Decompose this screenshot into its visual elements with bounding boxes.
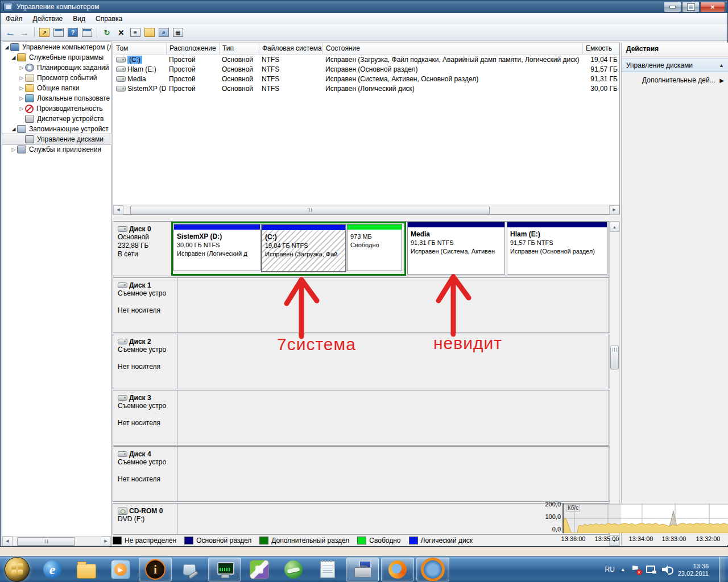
taskbar-notepad[interactable] xyxy=(312,558,344,581)
tree-item-services[interactable]: ▷ Службы и приложения xyxy=(2,144,111,155)
scroll-up-icon[interactable]: ▲ xyxy=(610,222,619,232)
squares-app-icon xyxy=(250,560,269,579)
expander-icon[interactable]: ◢ xyxy=(10,55,17,60)
restore-button[interactable] xyxy=(682,2,700,13)
taskbar-activity-monitor[interactable] xyxy=(208,558,241,581)
expander-icon[interactable]: ▷ xyxy=(10,147,17,152)
close-button[interactable]: ✕ xyxy=(700,2,725,13)
help-icon[interactable]: ? xyxy=(67,26,79,39)
partition-c[interactable]: (C:) 19,04 ГБ NTFS Исправен (Загрузка, Ф… xyxy=(261,224,346,272)
computer-icon xyxy=(10,43,19,51)
clock[interactable]: 13:36 23.02.2011 xyxy=(678,562,709,577)
network-icon[interactable] xyxy=(646,566,656,573)
partition-media[interactable]: Media 91,31 ГБ NTFS Исправен (Система, А… xyxy=(407,222,505,275)
taskbar-media-player[interactable]: ▶ xyxy=(105,558,136,581)
legend-item: Не распределен xyxy=(113,537,176,544)
table-row[interactable]: Media Простой Основной NTFS Исправен (Си… xyxy=(113,74,619,84)
refresh-icon[interactable]: ↻ xyxy=(101,26,113,39)
tree-item-computer-management[interactable]: ◢ Управление компьютером (л xyxy=(2,42,111,52)
taskbar-computer-management[interactable] xyxy=(346,558,379,581)
cdrom-0-label[interactable]: CD-ROM 0 DVD (F:) xyxy=(113,504,177,534)
volume-list-horizontal-scrollbar[interactable]: ◀ ▶ xyxy=(113,205,619,214)
menu-view[interactable]: Вид xyxy=(68,14,90,24)
disk-view-vertical-scrollbar[interactable]: ▲ ▼ xyxy=(609,221,620,546)
scroll-thumb[interactable] xyxy=(130,206,490,214)
volume-icon[interactable] xyxy=(662,566,672,573)
tree-item-system-tools[interactable]: ◢ Служебные программы xyxy=(2,52,111,63)
console-window-icon[interactable] xyxy=(52,26,65,39)
taskbar-flame-info-app[interactable]: i xyxy=(139,558,172,581)
column-layout[interactable]: Расположение xyxy=(167,43,220,54)
taskbar-internet-explorer[interactable]: e xyxy=(36,558,68,581)
partition-free-space[interactable]: 973 МБ Свободно xyxy=(347,224,402,271)
tree-item-event-viewer[interactable]: ▷ Просмотр событий xyxy=(2,73,111,83)
show-hidden-icons-icon[interactable]: ▲ xyxy=(621,567,626,572)
menu-help[interactable]: Справка xyxy=(90,14,127,24)
actions-group-disk-management[interactable]: Управление дисками ▲ xyxy=(622,59,728,72)
export-list-icon[interactable]: ↗ xyxy=(38,26,51,39)
collapse-icon[interactable]: ▲ xyxy=(719,63,724,68)
disk-2-label[interactable]: Диск 2 Съемное устро Нет носителя xyxy=(113,334,177,389)
disk-4-label[interactable]: Диск 4 Съемное устро Нет носителя xyxy=(113,447,177,501)
tree-item-performance[interactable]: ▷ Производительность xyxy=(2,103,111,114)
y-tick-100: 100,0 xyxy=(541,513,561,520)
find-icon[interactable]: ⌕ xyxy=(158,26,170,39)
menu-action[interactable]: Действие xyxy=(28,14,68,24)
expander-icon[interactable]: ◢ xyxy=(10,126,17,132)
taskbar-orange-ring-app[interactable] xyxy=(416,558,449,581)
expander-icon[interactable]: ◢ xyxy=(3,44,10,50)
taskbar-windows-explorer[interactable] xyxy=(71,558,102,581)
scroll-left-icon[interactable]: ◀ xyxy=(2,537,13,546)
disk-1-label[interactable]: Диск 1 Съемное устро Нет носителя xyxy=(113,278,177,332)
show-desktop-button[interactable] xyxy=(719,556,726,582)
back-icon[interactable]: ← xyxy=(4,26,16,39)
column-filesystem[interactable]: Файловая система xyxy=(259,43,323,54)
start-button[interactable] xyxy=(5,557,30,582)
expander-icon[interactable]: ▷ xyxy=(18,106,25,111)
scroll-thumb[interactable] xyxy=(610,346,619,369)
taskbar-download-manager[interactable] xyxy=(278,558,309,581)
table-row[interactable]: SistemXP (D:) Простой Основной NTFS Испр… xyxy=(113,84,619,93)
scroll-right-icon[interactable]: ▶ xyxy=(101,537,111,546)
scroll-right-icon[interactable]: ▶ xyxy=(609,205,619,215)
disk-3-label[interactable]: Диск 3 Съемное устро Нет носителя xyxy=(113,390,177,445)
toolbox-monitor-icon xyxy=(353,560,371,579)
language-indicator[interactable]: RU xyxy=(605,566,614,573)
tree-item-storage[interactable]: ◢ Запоминающие устройст xyxy=(2,124,111,134)
expander-icon[interactable]: ▷ xyxy=(18,95,25,101)
taskbar-firefox[interactable] xyxy=(381,558,414,581)
column-volume[interactable]: Том xyxy=(113,43,167,54)
show-action-pane-icon[interactable] xyxy=(81,26,93,39)
scroll-thumb[interactable] xyxy=(17,537,75,546)
taskbar-app-squares[interactable] xyxy=(243,558,275,581)
column-type[interactable]: Тип xyxy=(220,43,259,54)
tree-item-local-users[interactable]: ▷ Локальные пользовате xyxy=(2,93,111,103)
tree-item-shared-folders[interactable]: ▷ Общие папки xyxy=(2,83,111,93)
expander-icon[interactable]: ▷ xyxy=(18,75,25,81)
scroll-left-icon[interactable]: ◀ xyxy=(113,205,123,215)
properties-icon[interactable]: ≡ xyxy=(129,26,142,39)
forward-icon[interactable]: → xyxy=(18,26,31,39)
action-center-flag-icon[interactable] xyxy=(631,565,640,574)
tree-horizontal-scrollbar[interactable]: ◀ ▶ xyxy=(2,536,111,546)
expander-icon[interactable]: ▷ xyxy=(18,65,25,70)
taskbar-cleanup-tool[interactable] xyxy=(174,558,206,581)
disk-0-label[interactable]: Диск 0 Основной 232,88 ГБ В сети xyxy=(113,222,177,276)
minimize-button[interactable] xyxy=(664,2,681,13)
tree-item-device-manager[interactable]: Диспетчер устройств xyxy=(2,114,111,124)
table-row[interactable]: Hlam (E:) Простой Основной NTFS Исправен… xyxy=(113,64,619,74)
partition-hlam[interactable]: Hlam (E:) 91,57 ГБ NTFS Исправен (Основн… xyxy=(507,222,607,275)
table-row[interactable]: (C:) Простой Основной NTFS Исправен (Заг… xyxy=(113,55,619,64)
tree-item-task-scheduler[interactable]: ▷ Планировщик заданий xyxy=(2,63,111,73)
column-capacity[interactable]: Емкость xyxy=(583,43,621,54)
actions-more-actions[interactable]: Дополнительные дей... ▶ xyxy=(622,72,728,86)
tree-item-disk-management[interactable]: Управление дисками xyxy=(2,134,111,144)
title-bar[interactable]: Управление компьютером ✕ xyxy=(1,1,727,13)
open-icon[interactable] xyxy=(143,26,156,39)
column-status[interactable]: Состояние xyxy=(323,43,583,54)
delete-icon[interactable]: ✕ xyxy=(115,26,127,39)
settings-icon[interactable]: ▦ xyxy=(172,26,184,39)
menu-file[interactable]: Файл xyxy=(1,14,28,24)
partition-sistemxp[interactable]: SistemXP (D:) 30,00 ГБ NTFS Исправен (Ло… xyxy=(173,224,260,271)
expander-icon[interactable]: ▷ xyxy=(18,85,25,91)
